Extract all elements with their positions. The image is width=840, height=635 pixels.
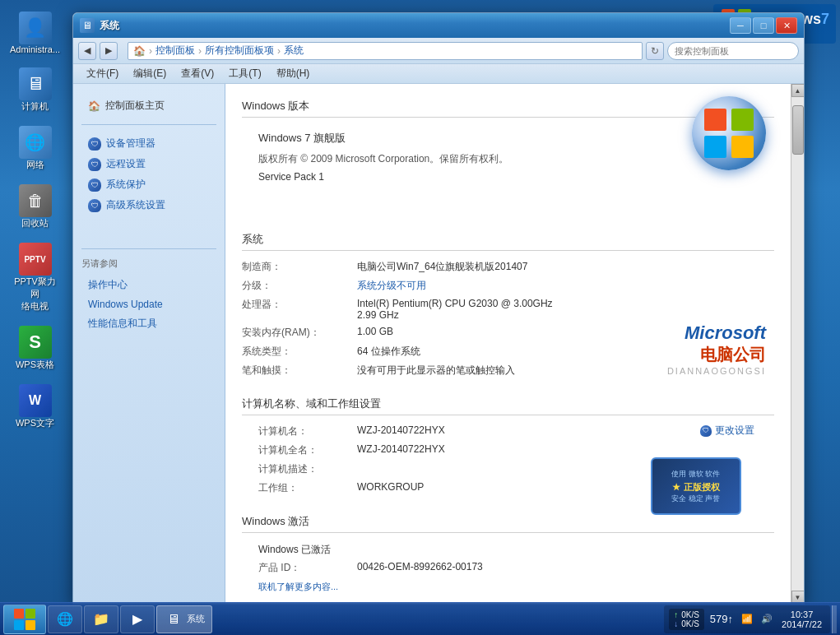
path-control-panel[interactable]: 控制面板 xyxy=(155,44,195,58)
sidebar-item-remote-settings[interactable]: 🛡 远程设置 xyxy=(81,154,216,174)
computer-name-label: 计算机名： xyxy=(242,424,357,438)
shield-icon-4: 🛡 xyxy=(88,199,101,212)
speed-up-value: 0K/S xyxy=(681,610,699,619)
service-pack-row: Service Pack 1 xyxy=(242,168,774,184)
computer-name-row: 计算机名： WZJ-20140722HYX xyxy=(242,422,774,441)
taskbar-explorer[interactable]: 📁 xyxy=(84,605,118,633)
computer-icon-label: 计算机 xyxy=(21,100,49,113)
window-title: 系统 xyxy=(100,19,725,33)
info-content: Windows 版本 Windows 7 旗舰版 xyxy=(225,84,791,604)
sidebar-item-advanced[interactable]: 🛡 高级系统设置 xyxy=(81,195,216,216)
minimize-button[interactable]: ─ xyxy=(730,17,751,34)
recycle-icon-label: 回收站 xyxy=(21,217,49,229)
tray-network-icon[interactable]: 📶 xyxy=(739,612,755,626)
product-id-row: 产品 ID： 00426-OEM-8992662-00173 xyxy=(242,559,774,577)
sidebar-main-label: 控制面板主页 xyxy=(105,99,165,113)
badge-sub-text: 安全 稳定 声誉 xyxy=(671,494,720,504)
activation-status-text: Windows 已激活 xyxy=(258,544,331,555)
up-arrow-icon: ↑ xyxy=(674,610,678,619)
scroll-up-button[interactable]: ▲ xyxy=(791,84,805,97)
admin-icon: 👤 xyxy=(19,12,52,44)
taskbar-media-player[interactable]: ▶ xyxy=(120,605,155,633)
admin-icon-label: Administra... xyxy=(10,44,60,54)
pptv-icon: PPTV xyxy=(19,243,52,276)
network-speed-widget: ↑ 0K/S ↓ 0K/S xyxy=(669,609,704,630)
show-desktop-button[interactable] xyxy=(832,605,837,633)
change-settings-button[interactable]: 🛡 更改设置 xyxy=(697,422,758,439)
processor-label: 处理器： xyxy=(242,298,357,312)
window-controls: ─ □ ✕ xyxy=(730,17,797,34)
shield-icon-1: 🛡 xyxy=(88,137,101,151)
close-button[interactable]: ✕ xyxy=(776,17,797,34)
go-button[interactable]: ↻ xyxy=(646,42,664,60)
path-system[interactable]: 系统 xyxy=(284,44,304,58)
forward-button[interactable]: ▶ xyxy=(100,42,118,60)
badge-title: 使用 微软 软件 xyxy=(671,469,720,480)
badge-main-row: ★ 正版授权 xyxy=(672,481,720,494)
sidebar-item-system-protection[interactable]: 🛡 系统保护 xyxy=(81,174,216,195)
sidebar-item-action-center[interactable]: 操作中心 xyxy=(81,275,216,295)
address-path[interactable]: 🏠 › 控制面板 › 所有控制面板项 › 系统 xyxy=(128,42,643,60)
tray-sound-icon[interactable]: 🔊 xyxy=(759,612,775,626)
section-computer-name: 计算机名称、域和工作组设置 xyxy=(242,390,774,415)
menu-view[interactable]: 查看(V) xyxy=(174,65,220,82)
windows-logo xyxy=(704,109,754,158)
activation-status-row: Windows 已激活 xyxy=(242,540,774,559)
sys-type-label: 系统类型： xyxy=(242,345,357,359)
scroll-track[interactable] xyxy=(791,97,805,591)
desktop-icon-computer[interactable]: 🖥 计算机 xyxy=(7,64,64,116)
sidebar-update-label: Windows Update xyxy=(88,299,163,310)
rating-label: 分级： xyxy=(242,279,357,293)
search-input[interactable] xyxy=(667,42,799,60)
sidebar-item-performance[interactable]: 性能信息和工具 xyxy=(81,313,216,334)
desktop-icon-network[interactable]: 🌐 网络 xyxy=(7,123,64,174)
section-system: 系统 xyxy=(242,225,774,251)
computer-desc-label: 计算机描述： xyxy=(242,462,357,476)
taskbar-ie[interactable]: 🌐 xyxy=(48,605,82,633)
scroll-thumb[interactable] xyxy=(792,105,804,155)
sidebar-advanced-label: 高级系统设置 xyxy=(106,198,165,212)
clock-display[interactable]: 10:37 2014/7/22 xyxy=(778,610,825,629)
desktop-icon-pptv[interactable]: PPTV PPTV聚力 网络电视 xyxy=(7,239,64,316)
speed-down-row: ↓ 0K/S xyxy=(674,619,699,628)
desktop-icon-wps[interactable]: S WPS表格 xyxy=(7,322,64,374)
desktop-icon-wpswz[interactable]: W WPS文字 xyxy=(7,381,64,433)
down-arrow-icon: ↓ xyxy=(674,619,678,628)
processor-value-container: Intel(R) Pentium(R) CPU G2030 @ 3.00GHz … xyxy=(357,298,553,321)
rating-row: 分级： 系统分级不可用 xyxy=(242,276,774,295)
home-small-icon: 🏠 xyxy=(88,100,100,112)
menu-help[interactable]: 帮助(H) xyxy=(270,65,317,82)
sidebar-links-section: 🛡 设备管理器 🛡 远程设置 🛡 系统保护 🛡 高级系统设置 xyxy=(73,130,225,219)
sidebar: 🏠 控制面板主页 🛡 设备管理器 🛡 远程设置 🛡 系统保护 xyxy=(73,84,225,604)
wpswz-icon: W xyxy=(19,384,52,417)
menu-tools[interactable]: 工具(T) xyxy=(222,65,267,82)
processor-value2: 2.99 GHz xyxy=(357,309,553,321)
title-bar: 🖥 系统 ─ □ ✕ xyxy=(73,13,804,38)
recycle-icon: 🗑 xyxy=(19,184,52,217)
computer-icon: 🖥 xyxy=(19,67,52,100)
activation-more-link[interactable]: 联机了解更多内容... xyxy=(258,582,338,591)
sidebar-item-windows-update[interactable]: Windows Update xyxy=(81,295,216,313)
sidebar-protection-label: 系统保护 xyxy=(106,178,146,192)
back-button[interactable]: ◀ xyxy=(78,42,96,60)
sidebar-item-device-manager[interactable]: 🛡 设备管理器 xyxy=(81,133,216,154)
change-settings-label: 更改设置 xyxy=(715,424,754,438)
manufacturer-value: 电脑公司Win7_64位旗舰装机版201407 xyxy=(357,260,774,274)
rating-value[interactable]: 系统分级不可用 xyxy=(357,279,774,293)
start-button[interactable] xyxy=(3,605,46,634)
wpswz-icon-label: WPS文字 xyxy=(16,417,54,429)
home-icon: 🏠 xyxy=(133,45,146,57)
ms-sub-text: DIANNAOGONGSI xyxy=(667,366,766,376)
desktop-icon-admin[interactable]: 👤 Administra... xyxy=(7,8,64,58)
taskbar-control-panel[interactable]: 🖥 系统 xyxy=(156,605,212,633)
clock-time: 10:37 xyxy=(791,610,814,619)
sidebar-item-main[interactable]: 🏠 控制面板主页 xyxy=(81,95,216,116)
maximize-button[interactable]: □ xyxy=(753,17,774,34)
path-all-items[interactable]: 所有控制面板项 xyxy=(205,44,274,58)
control-panel-icon: 🖥 xyxy=(164,610,183,629)
menu-file[interactable]: 文件(F) xyxy=(80,65,125,82)
computer-fullname-value: WZJ-20140722HYX xyxy=(357,443,774,455)
desktop-icon-recycle[interactable]: 🗑 回收站 xyxy=(7,181,64,233)
windows-sphere-container xyxy=(692,96,766,170)
menu-edit[interactable]: 编辑(E) xyxy=(127,65,173,82)
